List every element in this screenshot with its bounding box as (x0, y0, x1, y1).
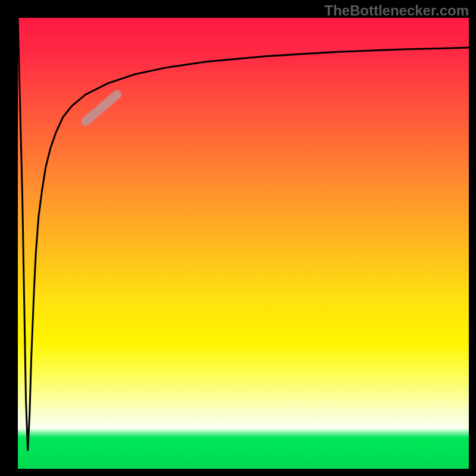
attribution-text: TheBottlenecker.com (324, 2, 469, 19)
chart-svg (18, 18, 469, 469)
highlight-segment (86, 95, 117, 121)
curve-line (18, 18, 469, 451)
